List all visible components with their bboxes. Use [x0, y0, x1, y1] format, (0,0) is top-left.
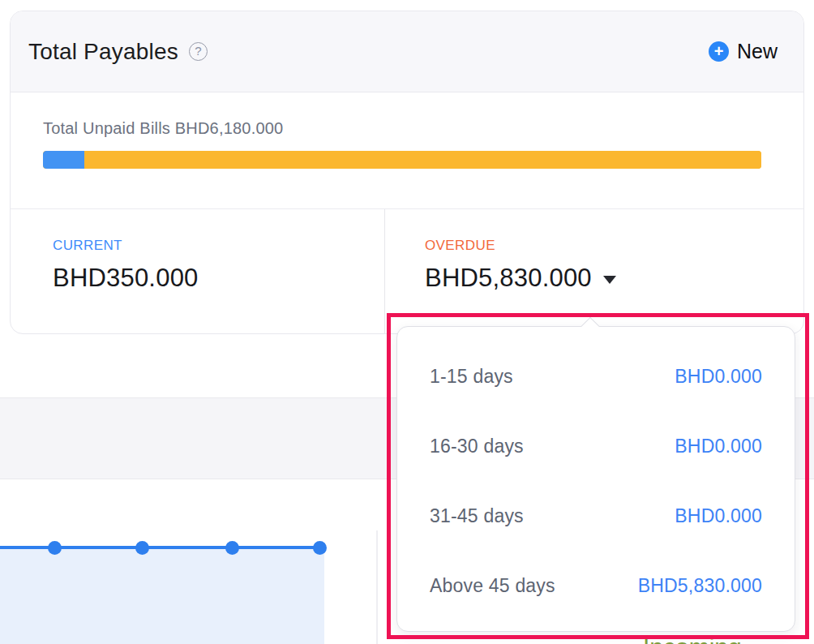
overdue-amount: BHD5,830.000 [425, 264, 592, 293]
card-header: Total Payables ? + New [11, 11, 803, 92]
current-column: CURRENT BHD350.000 [11, 209, 384, 333]
overdue-label: OVERDUE [425, 238, 803, 254]
chevron-down-icon [603, 276, 616, 284]
new-button-label: New [737, 40, 778, 63]
dashboard-viewport: Total Payables ? + New Total Unpaid Bill… [0, 0, 814, 644]
overdue-column: OVERDUE BHD5,830.000 [384, 209, 803, 333]
total-unpaid-bills-label: Total Unpaid Bills BHD6,180.000 [43, 119, 803, 138]
aging-row-label: Above 45 days [430, 575, 555, 597]
aging-row-1-15[interactable]: 1-15 days BHD0.000 [397, 341, 795, 411]
aging-row-16-30[interactable]: 16-30 days BHD0.000 [397, 411, 795, 481]
aging-row-above-45[interactable]: Above 45 days BHD5,830.000 [397, 551, 795, 620]
cashflow-chart-point[interactable] [225, 541, 239, 555]
cashflow-panel-divider [376, 530, 378, 644]
help-icon[interactable]: ? [189, 42, 208, 61]
aging-row-label: 16-30 days [430, 436, 524, 457]
aging-row-value: BHD5,830.000 [638, 575, 762, 597]
aging-row-label: 31-45 days [430, 505, 524, 527]
unpaid-bills-section: Total Unpaid Bills BHD6,180.000 [11, 92, 803, 169]
payables-progress-bar [43, 151, 761, 169]
aging-row-value: BHD0.000 [675, 366, 762, 388]
aging-row-value: BHD0.000 [675, 505, 762, 527]
current-label: CURRENT [53, 238, 384, 254]
card-title: Total Payables [28, 39, 178, 65]
cashflow-chart-point[interactable] [135, 541, 149, 555]
current-amount: BHD350.000 [53, 264, 384, 293]
plus-icon: + [709, 41, 729, 62]
overdue-amount-dropdown[interactable]: BHD5,830.000 [425, 264, 803, 293]
incoming-legend-label: Incoming [643, 633, 742, 644]
cashflow-chart-point[interactable] [48, 541, 62, 555]
cashflow-chart-point[interactable] [313, 541, 327, 555]
aging-row-label: 1-15 days [430, 366, 513, 388]
progress-overdue-segment [84, 151, 762, 169]
payables-breakdown-row: CURRENT BHD350.000 OVERDUE BHD5,830.000 [11, 208, 803, 333]
aging-row-31-45[interactable]: 31-45 days BHD0.000 [397, 481, 795, 551]
new-button[interactable]: + New [709, 40, 778, 63]
aging-row-value: BHD0.000 [675, 436, 762, 457]
total-payables-card: Total Payables ? + New Total Unpaid Bill… [10, 11, 804, 334]
cashflow-chart-area-fill [0, 549, 324, 644]
overdue-aging-popup: 1-15 days BHD0.000 16-30 days BHD0.000 3… [396, 326, 795, 632]
progress-current-segment [43, 151, 84, 169]
